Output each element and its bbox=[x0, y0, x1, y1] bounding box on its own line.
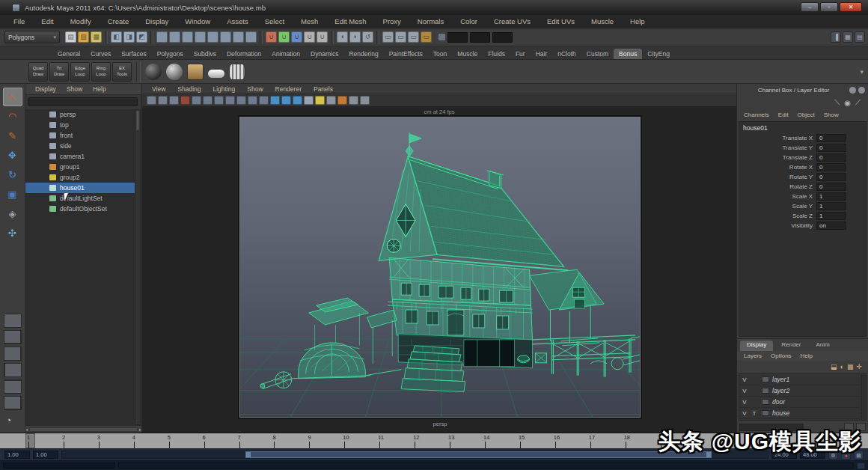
frame-12[interactable]: 12 bbox=[412, 433, 447, 448]
outliner-search-input[interactable] bbox=[28, 97, 138, 106]
pose-tool-icon[interactable]: ◔ bbox=[6, 415, 19, 428]
menu-assets[interactable]: Assets bbox=[219, 15, 256, 28]
field-chart-icon[interactable] bbox=[281, 96, 291, 105]
minimize-button[interactable]: – bbox=[801, 2, 819, 12]
render-settings-icon[interactable]: ▭ bbox=[421, 31, 432, 43]
menu-file[interactable]: File bbox=[6, 15, 32, 28]
channel-value-field[interactable]: 0 bbox=[816, 183, 846, 191]
single-pane-layout-button[interactable] bbox=[4, 314, 22, 328]
shelf-tab-animation[interactable]: Animation bbox=[266, 49, 305, 59]
layer-menu-options[interactable]: Options bbox=[767, 352, 795, 359]
snap-point-icon[interactable]: ∪ bbox=[291, 31, 302, 43]
layer-row-layer2[interactable]: Vlayer2 bbox=[739, 385, 860, 397]
panel-menu-shading[interactable]: Shading bbox=[172, 85, 206, 93]
mask-curves-icon[interactable] bbox=[182, 31, 193, 43]
frame-3[interactable]: 3 bbox=[96, 433, 131, 448]
menu-modify[interactable]: Modify bbox=[63, 15, 99, 28]
ipr-render-icon[interactable]: ▭ bbox=[408, 31, 419, 43]
layer-color-swatch[interactable] bbox=[762, 399, 769, 405]
speed-fast-icon[interactable]: ⟋ bbox=[855, 98, 861, 107]
frame-8[interactable]: 8 bbox=[271, 433, 306, 448]
shelf-tab-toon[interactable]: Toon bbox=[428, 49, 452, 59]
mask-handles-icon[interactable] bbox=[156, 31, 168, 43]
lasso-select-tool[interactable]: ◠ bbox=[3, 107, 22, 126]
isolate-select-icon[interactable] bbox=[270, 96, 280, 105]
gate-mask-icon[interactable] bbox=[304, 96, 314, 105]
textured-mode-icon[interactable] bbox=[214, 96, 224, 105]
channel-menu-show[interactable]: Show bbox=[820, 112, 843, 118]
layer-visibility-toggle[interactable]: V bbox=[739, 388, 750, 394]
shaded-mode-icon[interactable] bbox=[203, 96, 213, 105]
channel-menu-object[interactable]: Object bbox=[794, 112, 819, 118]
render-current-frame-icon[interactable]: ▭ bbox=[395, 31, 406, 43]
shelf-tab-bonus[interactable]: Bonus bbox=[614, 49, 642, 59]
shelf-tab-muscle[interactable]: Muscle bbox=[452, 49, 483, 59]
channel-value-field[interactable]: 0 bbox=[816, 163, 846, 171]
frame-11[interactable]: 11 bbox=[376, 433, 412, 448]
channel-value-field[interactable]: 1 bbox=[816, 202, 846, 210]
frame-4[interactable]: 4 bbox=[131, 433, 166, 448]
menu-edit[interactable]: Edit bbox=[34, 15, 61, 28]
speed-slow-icon[interactable]: ⟍ bbox=[834, 98, 840, 107]
panel-menu-view[interactable]: View bbox=[147, 85, 171, 93]
viewport-render-area[interactable] bbox=[239, 117, 641, 418]
new-layer-icon[interactable]: ✛ bbox=[856, 363, 862, 370]
scroll-left-icon[interactable]: ◂ bbox=[25, 427, 28, 432]
shelf-tab-general[interactable]: General bbox=[52, 49, 85, 59]
scroll-right-icon[interactable]: ▸ bbox=[139, 427, 141, 432]
shadows-icon[interactable] bbox=[236, 96, 246, 105]
area-light-icon[interactable] bbox=[208, 70, 224, 78]
outliner-item-camera1[interactable]: camera1 bbox=[25, 151, 135, 162]
outliner-horizontal-scrollbar[interactable]: ◂ ▸ bbox=[25, 425, 141, 433]
shelf-button-quad-draw[interactable]: Quad Draw bbox=[28, 62, 48, 82]
resolution-gate-icon[interactable] bbox=[293, 96, 302, 105]
command-line-input[interactable] bbox=[3, 463, 115, 469]
frame-1[interactable]: 1 bbox=[25, 433, 61, 448]
menu-set-dropdown[interactable]: Polygons ▾ bbox=[4, 31, 60, 43]
scale-tool[interactable]: ▣ bbox=[3, 185, 22, 204]
shelf-tab-surfaces[interactable]: Surfaces bbox=[116, 49, 152, 59]
wireframe-mode-icon[interactable] bbox=[192, 96, 201, 105]
collapse-icon[interactable] bbox=[858, 87, 865, 94]
toggle-tool-settings-icon[interactable]: ▦ bbox=[843, 31, 853, 43]
outliner-item-top[interactable]: top bbox=[25, 120, 135, 130]
menu-color[interactable]: Color bbox=[453, 15, 485, 28]
ramp-material-icon[interactable] bbox=[187, 64, 204, 80]
hypershade-persp-layout-button[interactable] bbox=[4, 379, 22, 394]
frame-17[interactable]: 17 bbox=[587, 433, 623, 448]
channel-value-field[interactable]: 0 bbox=[816, 153, 846, 162]
shelf-button-tri-draw[interactable]: Tri Draw bbox=[49, 62, 69, 82]
channel-value-field[interactable]: 0 bbox=[816, 144, 846, 152]
shelf-button-ex-tools[interactable]: EX Tools bbox=[112, 62, 132, 82]
outliner-menu-show[interactable]: Show bbox=[63, 85, 86, 93]
save-scene-icon[interactable]: ▦ bbox=[91, 31, 102, 43]
script-editor-icon[interactable] bbox=[857, 463, 865, 469]
shelf-tab-custom[interactable]: Custom bbox=[581, 49, 614, 59]
lambert-material-icon[interactable] bbox=[145, 64, 162, 80]
layer-menu-help[interactable]: Help bbox=[797, 352, 816, 359]
outliner-menu-display[interactable]: Display bbox=[31, 85, 60, 93]
shelf-button-edge-loop[interactable]: Edge Loop bbox=[70, 62, 90, 82]
scene-light-icon[interactable] bbox=[315, 96, 325, 105]
menu-window[interactable]: Window bbox=[177, 15, 218, 28]
menu-create[interactable]: Create bbox=[100, 15, 137, 28]
outliner-item-house01[interactable]: house01 bbox=[25, 183, 135, 193]
shelf-tab-dynamics[interactable]: Dynamics bbox=[305, 49, 343, 59]
rotate-tool[interactable]: ↻ bbox=[3, 165, 22, 184]
layer-row-layer1[interactable]: Vlayer1 bbox=[739, 374, 860, 385]
layer-tab-anim[interactable]: Anim bbox=[809, 341, 836, 351]
frame-7[interactable]: 7 bbox=[236, 433, 272, 448]
input-field-z[interactable] bbox=[492, 32, 513, 43]
new-scene-icon[interactable]: ▤ bbox=[65, 31, 76, 43]
input-field-y[interactable] bbox=[470, 32, 490, 43]
shelf-tab-deformation[interactable]: Deformation bbox=[221, 49, 266, 59]
frame-13[interactable]: 13 bbox=[447, 433, 482, 448]
render-view-icon[interactable]: ▭ bbox=[382, 31, 394, 43]
empty-layer-icon[interactable]: ▦ bbox=[847, 363, 854, 370]
shelf-tab-curves[interactable]: Curves bbox=[85, 49, 116, 59]
outliner-menu-help[interactable]: Help bbox=[89, 85, 109, 93]
shelf-button-ring-loop[interactable]: Ring Loop bbox=[91, 62, 111, 82]
menu-edit-mesh[interactable]: Edit Mesh bbox=[327, 15, 373, 28]
layer-row-house[interactable]: VThouse bbox=[739, 408, 860, 419]
layer-type-toggle[interactable]: T bbox=[750, 410, 759, 417]
